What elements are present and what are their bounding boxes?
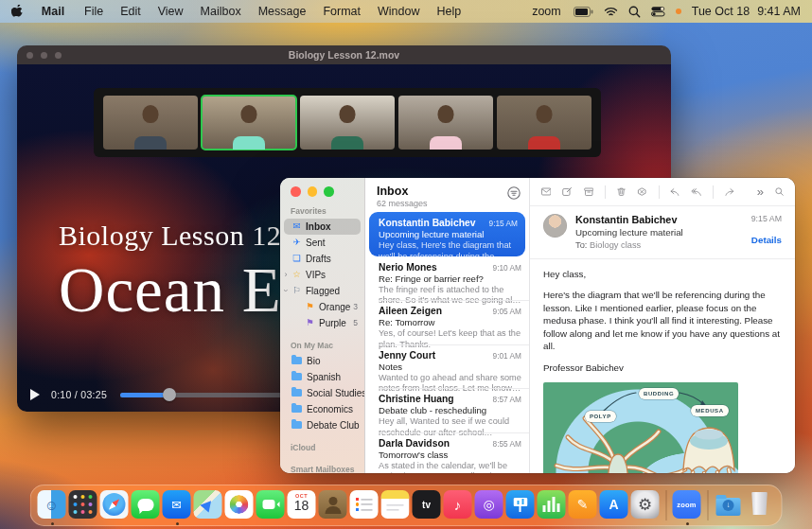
dock-zoom[interactable]: zoom (673, 490, 702, 525)
forward-icon[interactable] (725, 186, 734, 198)
dock-trash[interactable] (746, 490, 775, 525)
dock-calendar[interactable]: OCT18 (288, 490, 317, 525)
progress-handle[interactable] (163, 388, 176, 401)
sidebar-item-bio[interactable]: Bio (280, 353, 364, 369)
menubar-menu-message[interactable]: Message (258, 5, 307, 18)
menubar-time: 9:41 AM (757, 5, 801, 18)
participant-video-1[interactable] (103, 96, 198, 150)
message-time: 9:05 AM (493, 307, 521, 316)
sidebar-item-flagged[interactable]: ›⚐Flagged (280, 283, 364, 299)
wifi-icon[interactable] (604, 7, 618, 17)
dock-mail[interactable]: ✉ (163, 490, 192, 525)
message-time: 9:15 AM (489, 219, 518, 228)
sent-icon: ✈ (291, 238, 303, 247)
dock-downloads[interactable] (715, 490, 744, 525)
message-list-item-darla-davidson[interactable]: Darla Davidson8:55 AMTomorrow's classAs … (365, 432, 529, 474)
dock-notes[interactable] (381, 490, 411, 525)
overflow-chevrons-icon[interactable]: » (757, 185, 764, 198)
control-center-icon[interactable] (651, 6, 665, 17)
message-list-item-konstantin-babichev[interactable]: Konstantin Babichev9:15 AMUpcoming lectu… (369, 212, 525, 256)
dock-appstore[interactable]: A (600, 490, 629, 525)
dock-numbers[interactable] (538, 490, 567, 525)
dock-keynote[interactable] (506, 490, 536, 525)
reply-all-icon[interactable] (691, 186, 701, 198)
message-list-item-aileen-zeigen[interactable]: Aileen Zeigen9:05 AMRe: TomorrowYes, of … (365, 300, 529, 344)
dock-podcasts[interactable]: ◎ (475, 490, 504, 525)
delete-icon[interactable] (617, 185, 626, 198)
safari-icon (100, 490, 129, 519)
messages-icon (132, 490, 160, 519)
zoom-icon: zoom (673, 490, 701, 519)
sender-avatar (543, 214, 567, 238)
menubar-menu-file[interactable]: File (84, 5, 103, 18)
contacts-icon (319, 490, 347, 519)
junk-icon[interactable] (637, 185, 646, 198)
filter-icon[interactable] (507, 186, 521, 200)
dock-photos[interactable] (225, 490, 255, 525)
participant-video-5[interactable] (497, 96, 591, 150)
spotlight-search-icon[interactable] (628, 6, 641, 18)
sidebar-item-economics[interactable]: Economics (280, 401, 364, 417)
dock-messages[interactable] (132, 490, 161, 525)
message-sender: Aileen Zeigen (379, 306, 442, 316)
sidebar-item-orange[interactable]: ⚑Orange3 (280, 299, 364, 315)
details-link[interactable]: Details (751, 235, 782, 245)
dock-appletv[interactable]: tv (413, 490, 442, 525)
reply-icon[interactable] (670, 186, 680, 198)
menubar-menu-edit[interactable]: Edit (120, 5, 141, 18)
menubar-menu-format[interactable]: Format (323, 5, 361, 18)
dock-music[interactable]: ♪ (444, 490, 473, 525)
zoom-button[interactable] (324, 186, 334, 197)
zoom-label: zoom (677, 501, 696, 509)
dock-maps[interactable] (194, 490, 223, 525)
get-mail-icon[interactable] (541, 185, 551, 198)
archive-icon[interactable] (584, 185, 593, 198)
menubar-menu-help[interactable]: Help (436, 5, 461, 18)
sidebar-item-spanish[interactable]: Spanish (280, 369, 364, 385)
menubar-clock[interactable]: Tue Oct 18 9:41 AM (692, 5, 801, 18)
screen-recording-indicator[interactable] (676, 9, 681, 14)
toolbar-separator (605, 185, 606, 199)
compose-icon[interactable] (562, 185, 572, 198)
menubar-menu-view[interactable]: View (158, 5, 184, 18)
dock-contacts[interactable] (319, 490, 348, 525)
participant-video-4[interactable] (398, 96, 493, 150)
message-list-item-christine-huang[interactable]: Christine Huang8:57 AMDebate club - resc… (365, 388, 529, 432)
play-button[interactable] (30, 389, 40, 400)
sidebar-item-label: VIPs (306, 270, 326, 280)
sidebar-item-inbox[interactable]: ✉Inbox (284, 219, 361, 235)
sidebar-item-sent[interactable]: ✈Sent (280, 235, 364, 251)
minimize-button[interactable] (308, 186, 318, 197)
zoom-menu-extra[interactable]: zoom (532, 5, 561, 18)
mail-sidebar: Favorites✉Inbox✈Sent❏Drafts›☆VIPs›⚐Flagg… (280, 178, 364, 473)
dock-settings[interactable]: ⚙ (631, 490, 661, 525)
close-button[interactable] (291, 186, 301, 197)
dock-finder[interactable]: ☺ (38, 490, 67, 525)
message-list-pane: Inbox 62 messages Konstantin Babichev9:1… (364, 178, 530, 473)
dock-reminders[interactable] (350, 490, 380, 525)
chevron-down-icon[interactable]: › (281, 287, 291, 294)
menubar-menu-mailbox[interactable]: Mailbox (201, 5, 241, 18)
video-window-titlebar[interactable]: Biology Lesson 12.mov (17, 45, 671, 64)
sidebar-item-social-studies[interactable]: Social Studies (280, 385, 364, 401)
apple-menu-icon[interactable] (11, 5, 24, 19)
lifecycle-diagram-attachment[interactable]: BUDDING POLYP MEDUSA (543, 382, 738, 473)
participant-video-3[interactable] (300, 96, 395, 150)
message-list-item-jenny-court[interactable]: Jenny Court9:01 AMNotesWanted to go ahea… (365, 344, 529, 389)
message-list-item-nerio-mones[interactable]: Nerio Mones9:10 AMRe: Fringe or barrier … (365, 256, 529, 301)
sidebar-item-debate-club[interactable]: Debate Club (280, 417, 364, 433)
keynote-icon (506, 490, 535, 519)
search-icon[interactable] (775, 185, 784, 198)
battery-icon[interactable] (574, 7, 593, 17)
sidebar-item-vips[interactable]: ›☆VIPs (280, 267, 364, 283)
sidebar-item-purple[interactable]: ⚑Purple5 (280, 315, 364, 331)
dock-facetime[interactable] (256, 490, 286, 525)
dock-launchpad[interactable] (69, 490, 98, 525)
menubar-app-menu[interactable]: Mail (39, 0, 67, 26)
dock-safari[interactable] (100, 490, 130, 525)
chevron-right-icon[interactable]: › (282, 270, 290, 279)
dock-pages[interactable]: ✎ (569, 490, 598, 525)
sidebar-item-drafts[interactable]: ❏Drafts (280, 251, 364, 267)
menubar-menu-window[interactable]: Window (378, 5, 419, 18)
participant-video-2[interactable] (202, 96, 296, 150)
